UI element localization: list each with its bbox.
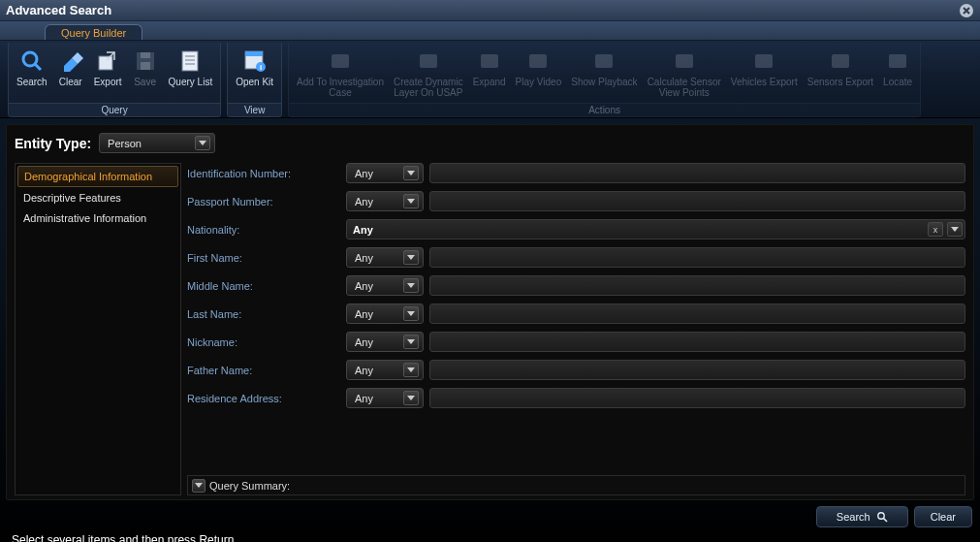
field-label: Father Name: <box>187 365 340 376</box>
field-label: Nickname: <box>187 336 340 348</box>
field-row: Nickname:Any <box>187 332 965 352</box>
ribbon-btn-label: Export <box>94 77 122 87</box>
field-row: Father Name:Any <box>187 360 965 380</box>
field-label: Last Name: <box>187 308 340 320</box>
operator-select[interactable]: Any <box>346 303 424 324</box>
chevron-down-icon <box>195 136 210 150</box>
eraser-icon <box>57 48 84 75</box>
ribbon-btn-label: Vehicles Export <box>731 77 798 87</box>
field-input[interactable] <box>429 163 965 183</box>
chevron-down-icon <box>403 194 419 208</box>
ribbon-btn-clear[interactable]: Clear <box>53 46 88 103</box>
field-input[interactable] <box>429 303 965 324</box>
operator-value: Any <box>355 393 397 404</box>
nationality-field[interactable]: Anyx <box>346 219 965 239</box>
field-input[interactable] <box>429 388 965 408</box>
operator-value: Any <box>355 308 397 320</box>
operator-select[interactable]: Any <box>346 332 424 352</box>
operator-value: Any <box>355 168 397 179</box>
nationality-value: Any <box>353 224 924 236</box>
svg-point-26 <box>878 513 884 519</box>
chevron-down-icon <box>403 250 419 265</box>
field-row: Last Name:Any <box>187 303 965 324</box>
field-input[interactable] <box>429 332 965 352</box>
sensor-icon <box>671 48 698 75</box>
chevron-down-icon[interactable] <box>947 222 963 237</box>
operator-select[interactable]: Any <box>346 163 424 183</box>
briefcase-icon <box>327 48 354 75</box>
field-label: First Name: <box>187 252 340 264</box>
ribbon-btn-query-list[interactable]: Query List <box>165 46 217 103</box>
svg-text:i: i <box>260 63 262 72</box>
field-input[interactable] <box>429 247 965 268</box>
window-title: Advanced Search <box>6 3 111 17</box>
ribbon-btn-search[interactable]: Search <box>13 46 51 103</box>
tab-query-builder[interactable]: Query Builder <box>45 24 142 40</box>
field-label: Residence Address: <box>187 393 340 404</box>
ribbon-btn-label: Play Video <box>516 77 562 87</box>
ribbon-group-label: View <box>228 103 281 116</box>
field-label: Passport Number: <box>187 196 340 207</box>
chevron-down-icon <box>403 363 419 377</box>
field-input[interactable] <box>429 360 965 380</box>
svg-point-1 <box>23 52 37 66</box>
svg-rect-7 <box>141 62 150 70</box>
chevron-down-icon <box>403 391 419 405</box>
ribbon-btn-label: Add To Investigation Case <box>297 77 384 98</box>
search-button[interactable]: Search <box>816 506 908 527</box>
operator-select[interactable]: Any <box>346 247 424 268</box>
vehicles-icon <box>750 48 777 75</box>
ribbon-btn-locate: Locate <box>879 46 916 103</box>
field-row: Residence Address:Any <box>187 388 965 408</box>
field-input[interactable] <box>429 275 965 296</box>
query-summary-toggle[interactable] <box>192 479 205 493</box>
operator-value: Any <box>355 196 397 207</box>
field-input[interactable] <box>429 191 965 211</box>
close-icon[interactable] <box>959 3 974 18</box>
operator-value: Any <box>355 252 397 264</box>
ribbon-btn-label: Create Dynamic Layer On USAP <box>394 77 463 98</box>
ribbon-btn-label: Expand <box>473 77 506 87</box>
query-summary-label: Query Summary: <box>209 480 290 492</box>
entity-type-select[interactable]: Person <box>99 133 215 153</box>
svg-line-2 <box>35 64 41 70</box>
field-label: Identification Number: <box>187 168 340 179</box>
ribbon-btn-add-to-investigation-case: Add To Investigation Case <box>293 46 388 103</box>
export-icon <box>94 48 121 75</box>
svg-rect-17 <box>332 54 349 68</box>
svg-rect-18 <box>420 54 437 68</box>
svg-rect-8 <box>141 52 150 58</box>
ribbon-btn-play-video: Play Video <box>512 46 566 103</box>
svg-rect-25 <box>889 54 906 68</box>
field-row: Passport Number:Any <box>187 191 965 211</box>
svg-rect-5 <box>99 56 112 70</box>
operator-select[interactable]: Any <box>346 360 424 380</box>
field-label: Nationality: <box>187 224 340 236</box>
operator-select[interactable]: Any <box>346 191 424 211</box>
ribbon-btn-label: Query List <box>169 77 213 87</box>
open-kit-icon: i <box>241 48 269 75</box>
ribbon-btn-label: Search <box>16 77 47 87</box>
entity-type-label: Entity Type: <box>15 136 91 151</box>
chevron-down-icon <box>403 306 419 321</box>
clear-button-label: Clear <box>931 511 956 523</box>
side-tab-descriptive-features[interactable]: Descriptive Features <box>17 188 178 207</box>
operator-select[interactable]: Any <box>346 275 424 296</box>
operator-select[interactable]: Any <box>346 388 424 408</box>
query-list-icon <box>176 48 204 75</box>
ribbon-btn-save: Save <box>128 46 163 103</box>
side-tab-demographical-information[interactable]: Demographical Information <box>17 166 178 187</box>
svg-rect-22 <box>676 54 693 68</box>
clear-nationality-icon[interactable]: x <box>928 222 943 237</box>
ribbon-group-label: Actions <box>289 103 920 116</box>
ribbon-btn-show-playback: Show Playback <box>567 46 641 103</box>
ribbon-btn-open-kit[interactable]: iOpen Kit <box>232 46 277 103</box>
tab-label: Query Builder <box>61 27 126 39</box>
side-tab-administrative-information[interactable]: Administrative Information <box>17 208 178 228</box>
search-icon <box>876 511 888 523</box>
ribbon-btn-sensors-export: Sensors Export <box>804 46 877 103</box>
ribbon-btn-export[interactable]: Export <box>90 46 126 103</box>
entity-type-value: Person <box>108 138 189 149</box>
operator-value: Any <box>355 280 397 292</box>
clear-button[interactable]: Clear <box>914 506 972 527</box>
